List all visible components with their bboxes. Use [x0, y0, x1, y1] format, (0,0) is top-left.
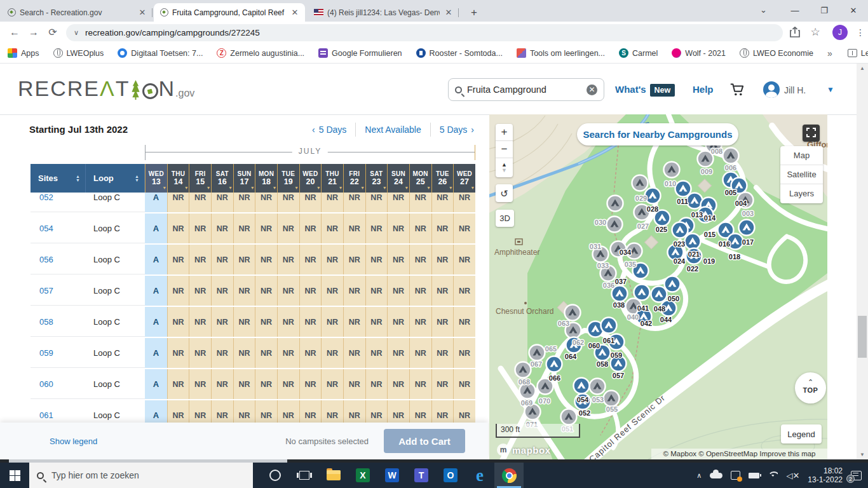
cortana-button[interactable]: [261, 463, 290, 488]
date-column-header[interactable]: TUE19▾: [277, 164, 299, 193]
tab-search-chevron-icon[interactable]: ⌄: [760, 5, 767, 15]
rotate-map-button[interactable]: ↺: [496, 184, 513, 202]
next-available-button[interactable]: Next Available: [365, 125, 421, 135]
teams-button[interactable]: T: [407, 463, 436, 488]
new-tab-button[interactable]: +: [466, 5, 482, 20]
scroll-up-icon[interactable]: ▲: [857, 64, 868, 73]
vertical-scrollbar[interactable]: ▲ ▼: [857, 64, 868, 459]
date-column-header[interactable]: SAT16▾: [211, 164, 233, 193]
campsite-marker-unavailable[interactable]: [607, 196, 623, 212]
bookmarks-overflow-icon[interactable]: »: [827, 48, 832, 58]
tab-close-icon[interactable]: ✕: [290, 8, 300, 17]
map-3d-button[interactable]: 3D: [496, 210, 514, 227]
bookmark-item[interactable]: SCarmel: [619, 48, 658, 58]
previous-5-days-button[interactable]: ‹5 Days: [312, 125, 346, 135]
date-column-header[interactable]: SUN24▾: [387, 164, 409, 193]
campsite-marker-available[interactable]: [685, 234, 701, 250]
date-column-header[interactable]: FRI15▾: [189, 164, 211, 193]
date-column-header[interactable]: WED13▾: [145, 164, 167, 193]
site-link[interactable]: 052: [31, 193, 86, 212]
date-column-header[interactable]: THU14▾: [167, 164, 189, 193]
campsite-marker-available[interactable]: [665, 276, 681, 292]
tab-close-icon[interactable]: ✕: [444, 8, 454, 17]
account-avatar[interactable]: [763, 81, 780, 98]
satellite-style-button[interactable]: Satellite: [780, 165, 823, 184]
bookmark-item[interactable]: Tools om leerlingen...: [517, 48, 605, 58]
mapbox-logo[interactable]: m mapbox: [497, 444, 551, 456]
campsite-marker-available[interactable]: [672, 222, 688, 238]
date-column-header[interactable]: TUE26▾: [431, 164, 454, 193]
outlook-button[interactable]: O: [436, 463, 465, 488]
compass-control[interactable]: ▲▼: [496, 158, 513, 177]
site-link[interactable]: 056: [31, 245, 86, 274]
sort-icon[interactable]: ▲▼: [76, 175, 80, 182]
tab-reis-jill1234[interactable]: (4) Reis jill1234: Las Vegas- Denve ✕: [308, 3, 459, 22]
tab-close-icon[interactable]: ✕: [137, 8, 147, 17]
date-column-header[interactable]: FRI22▾: [343, 164, 365, 193]
bookmark-item[interactable]: Rooster - Somtoda...: [416, 48, 503, 58]
volume-muted-icon[interactable]: ◁✕: [786, 471, 799, 480]
next-5-days-button[interactable]: 5 Days›: [440, 125, 474, 135]
site-search-input[interactable]: Fruita Campground ✕: [448, 78, 604, 101]
taskbar-search-input[interactable]: Typ hier om te zoeken: [29, 463, 253, 488]
site-link[interactable]: 058: [31, 307, 86, 337]
map-style-button[interactable]: Map: [780, 146, 823, 165]
available-cell[interactable]: A: [145, 276, 167, 306]
excel-button[interactable]: X: [348, 463, 377, 488]
action-center-icon[interactable]: 2: [851, 471, 862, 480]
available-cell[interactable]: A: [145, 193, 167, 212]
wifi-icon[interactable]: [768, 471, 778, 479]
campsite-marker-available[interactable]: [601, 318, 617, 334]
date-column-header[interactable]: SAT23▾: [365, 164, 388, 193]
bookmark-item[interactable]: LWEOplus: [53, 48, 104, 58]
bookmark-item[interactable]: LWEO Economie: [740, 48, 813, 58]
onedrive-icon[interactable]: [710, 473, 722, 478]
bookmark-item[interactable]: Apps: [8, 48, 39, 58]
campground-map[interactable]: Fr Amphitheater Chesnut Orchard Gifford …: [489, 114, 827, 459]
share-icon[interactable]: [788, 25, 802, 39]
campsite-marker-unavailable[interactable]: [565, 305, 581, 321]
campsite-marker-unavailable[interactable]: [632, 175, 648, 191]
campsite-marker-available[interactable]: [651, 287, 667, 302]
date-column-header[interactable]: WED27▾: [453, 164, 475, 193]
campsite-marker-unavailable[interactable]: [607, 217, 623, 233]
battery-icon[interactable]: [749, 473, 759, 478]
sort-icon[interactable]: ▲▼: [135, 175, 139, 182]
campsite-marker-unavailable[interactable]: [723, 148, 739, 164]
bookmark-item[interactable]: Wolf - 2021: [672, 48, 726, 58]
chrome-button[interactable]: [494, 463, 524, 488]
file-explorer-button[interactable]: [319, 463, 348, 488]
address-bar[interactable]: ∨ recreation.gov/camping/campgrounds/272…: [66, 24, 783, 41]
whats-new-link[interactable]: What'sNew: [615, 84, 675, 95]
tab-search-recreation[interactable]: Search - Recreation.gov ✕: [1, 3, 153, 22]
campsite-marker-available[interactable]: [645, 188, 661, 204]
campsite-marker-available[interactable]: [546, 356, 562, 372]
available-cell[interactable]: A: [145, 400, 167, 423]
back-icon[interactable]: ←: [6, 24, 23, 41]
available-cell[interactable]: A: [145, 369, 167, 399]
bookmark-star-icon[interactable]: ☆: [807, 24, 824, 41]
campsite-marker-unavailable[interactable]: [529, 345, 545, 361]
bookmark-item[interactable]: ZZermelo augustinia...: [217, 48, 304, 58]
campsite-marker-unavailable[interactable]: [664, 162, 680, 178]
scrollbar-thumb[interactable]: [858, 316, 867, 358]
available-cell[interactable]: A: [145, 307, 167, 337]
account-name[interactable]: Jill H.: [784, 85, 806, 95]
campsite-marker-available[interactable]: [675, 181, 691, 197]
browser-menu-icon[interactable]: ⋮: [855, 24, 865, 41]
site-link[interactable]: 057: [31, 276, 86, 306]
word-button[interactable]: W: [377, 463, 407, 488]
tab-fruita-campground[interactable]: Fruita Campground, Capitol Reef ✕: [154, 3, 305, 22]
browser-profile-avatar[interactable]: J: [832, 25, 848, 40]
scroll-to-top-button[interactable]: ⌃ TOP: [795, 372, 826, 403]
cart-icon[interactable]: [729, 82, 745, 97]
date-column-header[interactable]: WED20▾: [299, 164, 322, 193]
campsite-marker-available[interactable]: [634, 285, 650, 301]
site-info-chevron-icon[interactable]: ∨: [74, 29, 79, 37]
campsite-marker-available[interactable]: [574, 378, 590, 394]
window-restore-button[interactable]: ❐: [810, 0, 839, 22]
recreation-gov-logo[interactable]: RECREΛTN.gov: [18, 76, 194, 101]
task-view-button[interactable]: [290, 463, 319, 488]
edge-button[interactable]: e: [465, 463, 494, 488]
column-header-loop[interactable]: Loop▲▼: [86, 164, 145, 193]
